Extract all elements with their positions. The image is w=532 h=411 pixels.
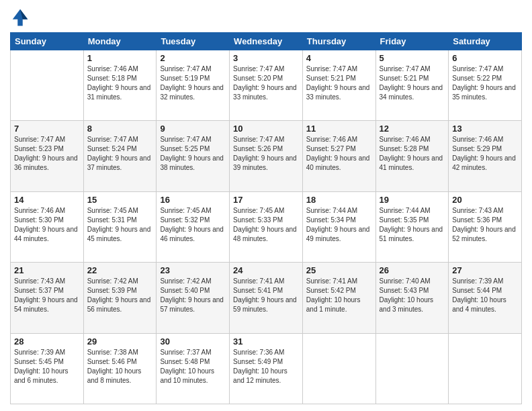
calendar-cell: 31 Sunrise: 7:36 AM Sunset: 5:49 PM Dayl… <box>230 333 303 404</box>
weekday-header-tuesday: Tuesday <box>157 33 230 50</box>
day-info: Sunrise: 7:47 AM Sunset: 5:23 PM Dayligh… <box>14 136 78 171</box>
day-info: Sunrise: 7:47 AM Sunset: 5:25 PM Dayligh… <box>160 136 224 171</box>
day-number: 7 <box>14 124 80 134</box>
day-info: Sunrise: 7:44 AM Sunset: 5:34 PM Dayligh… <box>306 207 370 242</box>
day-number: 24 <box>233 265 299 275</box>
calendar-cell: 29 Sunrise: 7:38 AM Sunset: 5:46 PM Dayl… <box>83 333 157 404</box>
day-info: Sunrise: 7:40 AM Sunset: 5:43 PM Dayligh… <box>380 277 434 313</box>
day-number: 22 <box>87 265 153 275</box>
week-row-4: 21 Sunrise: 7:43 AM Sunset: 5:37 PM Dayl… <box>11 263 522 333</box>
day-info: Sunrise: 7:47 AM Sunset: 5:20 PM Dayligh… <box>233 65 297 101</box>
day-info: Sunrise: 7:37 AM Sunset: 5:48 PM Dayligh… <box>160 349 214 384</box>
calendar-cell: 20 Sunrise: 7:43 AM Sunset: 5:36 PM Dayl… <box>449 191 522 262</box>
header <box>10 7 522 27</box>
calendar-cell: 22 Sunrise: 7:42 AM Sunset: 5:39 PM Dayl… <box>83 263 157 333</box>
calendar-cell: 8 Sunrise: 7:47 AM Sunset: 5:24 PM Dayli… <box>83 121 157 191</box>
day-number: 12 <box>380 124 445 134</box>
logo-icon <box>10 7 30 27</box>
calendar-cell: 5 Sunrise: 7:47 AM Sunset: 5:21 PM Dayli… <box>375 50 449 121</box>
weekday-header-thursday: Thursday <box>302 33 375 50</box>
calendar-cell <box>302 333 375 404</box>
weekday-header-monday: Monday <box>83 33 157 50</box>
day-number: 10 <box>233 124 299 134</box>
day-info: Sunrise: 7:39 AM Sunset: 5:45 PM Dayligh… <box>14 349 69 384</box>
calendar-cell <box>375 333 449 404</box>
day-info: Sunrise: 7:47 AM Sunset: 5:19 PM Dayligh… <box>160 65 224 101</box>
day-info: Sunrise: 7:46 AM Sunset: 5:27 PM Dayligh… <box>306 136 370 171</box>
calendar-cell: 27 Sunrise: 7:39 AM Sunset: 5:44 PM Dayl… <box>449 263 522 333</box>
calendar-cell: 21 Sunrise: 7:43 AM Sunset: 5:37 PM Dayl… <box>11 263 84 333</box>
calendar-cell: 1 Sunrise: 7:46 AM Sunset: 5:18 PM Dayli… <box>83 50 157 121</box>
day-number: 30 <box>160 336 226 347</box>
calendar-cell: 3 Sunrise: 7:47 AM Sunset: 5:20 PM Dayli… <box>230 50 303 121</box>
day-info: Sunrise: 7:42 AM Sunset: 5:40 PM Dayligh… <box>160 277 224 313</box>
calendar-cell: 11 Sunrise: 7:46 AM Sunset: 5:27 PM Dayl… <box>302 121 375 191</box>
day-number: 28 <box>14 336 80 347</box>
day-info: Sunrise: 7:44 AM Sunset: 5:35 PM Dayligh… <box>380 207 443 242</box>
week-row-1: 1 Sunrise: 7:46 AM Sunset: 5:18 PM Dayli… <box>11 50 522 121</box>
day-number: 23 <box>160 265 226 275</box>
day-number: 25 <box>306 265 372 275</box>
day-info: Sunrise: 7:42 AM Sunset: 5:39 PM Dayligh… <box>87 277 151 313</box>
calendar-cell: 2 Sunrise: 7:47 AM Sunset: 5:19 PM Dayli… <box>157 50 230 121</box>
day-info: Sunrise: 7:46 AM Sunset: 5:28 PM Dayligh… <box>380 136 443 171</box>
day-info: Sunrise: 7:41 AM Sunset: 5:41 PM Dayligh… <box>233 277 297 313</box>
calendar-cell: 15 Sunrise: 7:45 AM Sunset: 5:31 PM Dayl… <box>83 191 157 262</box>
calendar-cell: 19 Sunrise: 7:44 AM Sunset: 5:35 PM Dayl… <box>375 191 449 262</box>
calendar-cell: 25 Sunrise: 7:41 AM Sunset: 5:42 PM Dayl… <box>302 263 375 333</box>
day-number: 20 <box>452 195 518 205</box>
calendar-cell: 14 Sunrise: 7:46 AM Sunset: 5:30 PM Dayl… <box>11 191 84 262</box>
day-info: Sunrise: 7:36 AM Sunset: 5:49 PM Dayligh… <box>233 349 287 384</box>
day-number: 11 <box>306 124 372 134</box>
day-info: Sunrise: 7:39 AM Sunset: 5:44 PM Dayligh… <box>452 277 506 313</box>
weekday-header-wednesday: Wednesday <box>230 33 303 50</box>
weekday-header-row: SundayMondayTuesdayWednesdayThursdayFrid… <box>11 33 522 50</box>
weekday-header-saturday: Saturday <box>449 33 522 50</box>
calendar-cell: 24 Sunrise: 7:41 AM Sunset: 5:41 PM Dayl… <box>230 263 303 333</box>
day-info: Sunrise: 7:46 AM Sunset: 5:30 PM Dayligh… <box>14 207 78 242</box>
day-number: 17 <box>233 195 299 205</box>
page: SundayMondayTuesdayWednesdayThursdayFrid… <box>0 0 532 411</box>
calendar-cell: 4 Sunrise: 7:47 AM Sunset: 5:21 PM Dayli… <box>302 50 375 121</box>
day-number: 15 <box>87 195 153 205</box>
calendar-cell: 28 Sunrise: 7:39 AM Sunset: 5:45 PM Dayl… <box>11 333 84 404</box>
day-number: 5 <box>380 53 445 63</box>
day-info: Sunrise: 7:45 AM Sunset: 5:33 PM Dayligh… <box>233 207 297 242</box>
calendar-cell <box>11 50 84 121</box>
calendar-cell: 6 Sunrise: 7:47 AM Sunset: 5:22 PM Dayli… <box>449 50 522 121</box>
day-number: 8 <box>87 124 153 134</box>
day-info: Sunrise: 7:38 AM Sunset: 5:46 PM Dayligh… <box>87 349 142 384</box>
week-row-5: 28 Sunrise: 7:39 AM Sunset: 5:45 PM Dayl… <box>11 333 522 404</box>
day-info: Sunrise: 7:43 AM Sunset: 5:36 PM Dayligh… <box>452 207 516 242</box>
day-number: 27 <box>452 265 518 275</box>
calendar-cell: 23 Sunrise: 7:42 AM Sunset: 5:40 PM Dayl… <box>157 263 230 333</box>
day-number: 16 <box>160 195 226 205</box>
day-info: Sunrise: 7:46 AM Sunset: 5:29 PM Dayligh… <box>452 136 516 171</box>
calendar-cell: 13 Sunrise: 7:46 AM Sunset: 5:29 PM Dayl… <box>449 121 522 191</box>
day-info: Sunrise: 7:47 AM Sunset: 5:21 PM Dayligh… <box>306 65 370 101</box>
weekday-header-sunday: Sunday <box>11 33 84 50</box>
day-info: Sunrise: 7:47 AM Sunset: 5:21 PM Dayligh… <box>380 65 443 101</box>
day-number: 1 <box>87 53 153 63</box>
day-number: 14 <box>14 195 80 205</box>
calendar-cell: 12 Sunrise: 7:46 AM Sunset: 5:28 PM Dayl… <box>375 121 449 191</box>
day-number: 21 <box>14 265 80 275</box>
day-info: Sunrise: 7:47 AM Sunset: 5:24 PM Dayligh… <box>87 136 151 171</box>
calendar-cell: 7 Sunrise: 7:47 AM Sunset: 5:23 PM Dayli… <box>11 121 84 191</box>
calendar-cell: 30 Sunrise: 7:37 AM Sunset: 5:48 PM Dayl… <box>157 333 230 404</box>
day-number: 6 <box>452 53 518 63</box>
day-number: 3 <box>233 53 299 63</box>
day-number: 18 <box>306 195 372 205</box>
calendar-table: SundayMondayTuesdayWednesdayThursdayFrid… <box>10 32 522 404</box>
day-number: 31 <box>233 336 299 347</box>
week-row-3: 14 Sunrise: 7:46 AM Sunset: 5:30 PM Dayl… <box>11 191 522 262</box>
day-number: 13 <box>452 124 518 134</box>
calendar-cell: 26 Sunrise: 7:40 AM Sunset: 5:43 PM Dayl… <box>375 263 449 333</box>
day-info: Sunrise: 7:46 AM Sunset: 5:18 PM Dayligh… <box>87 65 151 101</box>
day-info: Sunrise: 7:45 AM Sunset: 5:31 PM Dayligh… <box>87 207 151 242</box>
day-number: 26 <box>380 265 445 275</box>
day-info: Sunrise: 7:47 AM Sunset: 5:22 PM Dayligh… <box>452 65 516 101</box>
calendar-cell: 10 Sunrise: 7:47 AM Sunset: 5:26 PM Dayl… <box>230 121 303 191</box>
calendar-cell: 16 Sunrise: 7:45 AM Sunset: 5:32 PM Dayl… <box>157 191 230 262</box>
calendar-cell: 9 Sunrise: 7:47 AM Sunset: 5:25 PM Dayli… <box>157 121 230 191</box>
